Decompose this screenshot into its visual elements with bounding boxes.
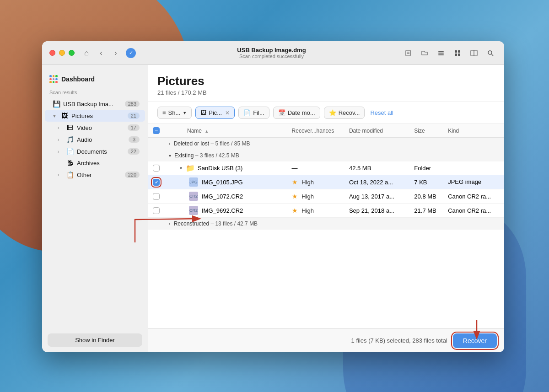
split-view-button[interactable] bbox=[468, 47, 480, 59]
right-panel: Pictures 21 files / 170.2 MB ≡ Sh... ▼ 🖼… bbox=[148, 65, 504, 352]
size-column-header[interactable]: Size bbox=[409, 124, 443, 138]
sidebar-documents-count: 22 bbox=[128, 148, 140, 155]
sidebar-usb-label: USB Backup Ima... bbox=[63, 101, 122, 107]
panel-title: Pictures bbox=[157, 74, 495, 88]
chevron-right-icon: › bbox=[58, 149, 63, 154]
maximize-button[interactable] bbox=[69, 50, 75, 56]
name-column-header[interactable]: Name ▲ bbox=[164, 124, 287, 138]
sidebar-video-label: Video bbox=[77, 124, 125, 131]
file-size-img9692: 21.7 MB bbox=[409, 204, 443, 218]
file-checkbox-img1072[interactable] bbox=[153, 193, 160, 200]
existing-group-info: – 3 files / 42.5 MB bbox=[195, 152, 239, 159]
file-size-img0105: 7 KB bbox=[409, 175, 443, 189]
svg-line-13 bbox=[492, 54, 494, 56]
group-existing: ▾ Existing – 3 files / 42.5 MB bbox=[148, 150, 504, 161]
date-column-header[interactable]: Date modified bbox=[344, 124, 409, 138]
sidebar-other-label: Other bbox=[77, 172, 122, 178]
sidebar-usb-count: 283 bbox=[125, 101, 140, 107]
file-checkbox-img9692[interactable] bbox=[153, 207, 160, 214]
folder-name-cell: ▾ 📁 SanDisk USB (3) bbox=[169, 164, 283, 172]
minimize-button[interactable] bbox=[59, 50, 65, 56]
sidebar-item-pictures[interactable]: ▼ 🖼 Pictures 21 bbox=[45, 110, 145, 122]
svg-rect-0 bbox=[406, 50, 410, 56]
window-title: USB Backup Image.dmg bbox=[141, 47, 402, 54]
scan-status-icon: ✓ bbox=[126, 48, 136, 58]
scan-results-label: Scan results bbox=[42, 90, 148, 98]
expand-deleted-icon[interactable]: › bbox=[169, 141, 170, 146]
group-deleted: › Deleted or lost – 5 files / 85 MB bbox=[148, 138, 504, 150]
folder-expand-icon[interactable]: ▾ bbox=[180, 166, 182, 171]
app-window: ⌂ ‹ › ✓ USB Backup Image.dmg Scan comple… bbox=[42, 41, 504, 352]
table-row: CR2 IMG_9692.CR2 ★ High Sep 21, 2018 a..… bbox=[148, 204, 504, 218]
audio-icon: 🎵 bbox=[66, 136, 74, 143]
file-kind-img9692: Canon CR2 ra... bbox=[443, 204, 504, 218]
date-filter-button[interactable]: 📅 Date mo... bbox=[273, 107, 320, 119]
svg-rect-7 bbox=[458, 50, 460, 53]
folder-checkbox-sandisk[interactable] bbox=[153, 165, 160, 172]
documents-icon: 📄 bbox=[66, 148, 74, 155]
recover-filter-icon: ⭐ bbox=[329, 109, 336, 116]
sidebar-item-documents[interactable]: › 📄 Documents 22 bbox=[45, 145, 145, 157]
sort-icon: ▲ bbox=[205, 129, 209, 134]
back-button[interactable]: ‹ bbox=[95, 47, 108, 59]
archives-icon: 🗜 bbox=[66, 160, 74, 166]
dashboard-icon bbox=[49, 75, 58, 83]
sidebar-documents-label: Documents bbox=[77, 148, 125, 155]
recover-button[interactable]: Recover bbox=[453, 333, 497, 348]
home-button[interactable]: ⌂ bbox=[80, 47, 93, 59]
sidebar-other-count: 220 bbox=[125, 172, 140, 178]
nav-buttons: ‹ › bbox=[95, 47, 122, 59]
expand-existing-icon[interactable]: ▾ bbox=[169, 153, 171, 158]
file-name-img0105: IMG_0105.JPG bbox=[202, 179, 243, 186]
show-filter-label: Sh... bbox=[168, 109, 181, 116]
file-thumbnail-img0105: JPG bbox=[189, 177, 198, 187]
chances-text: High bbox=[301, 193, 314, 200]
file-table: Name ▲ Recover...hances Date modified Si… bbox=[148, 124, 504, 230]
sidebar-item-archives[interactable]: 🗜 Archives bbox=[45, 157, 145, 169]
pictures-filter-icon: 🖼 bbox=[200, 109, 206, 116]
file-checkbox-img0105[interactable] bbox=[153, 179, 160, 186]
panel-subtitle: 21 files / 170.2 MB bbox=[157, 89, 495, 96]
reset-all-button[interactable]: Reset all bbox=[368, 107, 395, 118]
recover-filter-button[interactable]: ⭐ Recov... bbox=[324, 107, 365, 119]
date-filter-label: Date mo... bbox=[288, 109, 315, 116]
chances-column-header[interactable]: Recover...hances bbox=[287, 124, 344, 138]
dashboard-label: Dashboard bbox=[61, 75, 95, 83]
other-icon: 📋 bbox=[66, 171, 74, 178]
document-view-button[interactable] bbox=[402, 47, 414, 59]
sidebar-archives-label: Archives bbox=[77, 160, 140, 166]
close-filter-icon[interactable]: ✕ bbox=[225, 110, 230, 116]
svg-rect-3 bbox=[438, 51, 444, 52]
file-name-cell-img0105: JPG IMG_0105.JPG bbox=[169, 177, 283, 187]
traffic-lights bbox=[49, 50, 75, 56]
table-row: CR2 IMG_1072.CR2 ★ High Aug 13, 2017 a..… bbox=[148, 189, 504, 204]
list-view-button[interactable] bbox=[435, 47, 447, 59]
dashboard-button[interactable]: Dashboard bbox=[42, 72, 148, 90]
show-filter-button[interactable]: ≡ Sh... ▼ bbox=[157, 107, 192, 119]
kind-column-header[interactable]: Kind bbox=[443, 124, 504, 138]
table-body: › Deleted or lost – 5 files / 85 MB ▾ Ex… bbox=[148, 138, 504, 230]
search-button[interactable] bbox=[484, 47, 497, 59]
file-date-img9692: Sep 21, 2018 a... bbox=[344, 204, 409, 218]
svg-rect-6 bbox=[455, 50, 457, 53]
sidebar-item-video[interactable]: › 🎞 Video 17 bbox=[45, 122, 145, 134]
chevron-right-icon: › bbox=[58, 172, 63, 177]
sidebar-audio-count: 3 bbox=[129, 136, 140, 143]
show-in-finder-button[interactable]: Show in Finder bbox=[48, 333, 142, 347]
file-filter-button[interactable]: 📄 Fil... bbox=[238, 107, 269, 119]
select-all-checkbox[interactable] bbox=[153, 127, 160, 134]
file-chances-img0105: ★ High bbox=[287, 175, 344, 189]
chevron-right-icon: › bbox=[58, 125, 63, 130]
forward-button[interactable]: › bbox=[109, 47, 122, 59]
grid-view-button[interactable] bbox=[451, 47, 464, 59]
expand-reconstructed-icon[interactable]: › bbox=[169, 221, 170, 226]
sidebar-item-usb[interactable]: 💾 USB Backup Ima... 283 bbox=[45, 98, 145, 110]
close-button[interactable] bbox=[49, 50, 55, 56]
pictures-filter-button[interactable]: 🖼 Pic... ✕ bbox=[195, 107, 235, 119]
sidebar-item-audio[interactable]: › 🎵 Audio 3 bbox=[45, 134, 145, 145]
file-name-cell-img1072: CR2 IMG_1072.CR2 bbox=[169, 192, 283, 201]
folder-view-button[interactable] bbox=[418, 47, 431, 59]
sidebar-item-other[interactable]: › 📋 Other 220 bbox=[45, 169, 145, 181]
file-chances-img9692: ★ High bbox=[287, 204, 344, 218]
sidebar-pictures-label: Pictures bbox=[71, 113, 125, 119]
